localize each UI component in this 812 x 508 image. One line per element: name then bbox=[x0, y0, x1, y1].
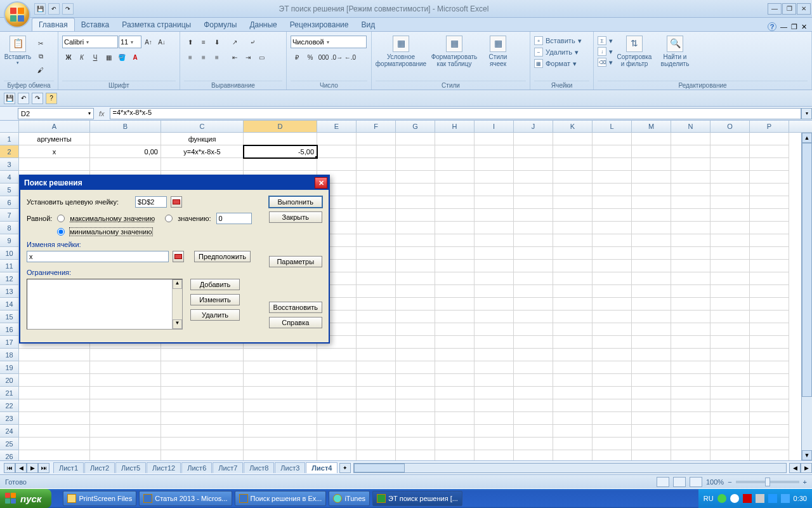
cell[interactable] bbox=[161, 374, 244, 387]
cell[interactable] bbox=[435, 133, 475, 145]
cell[interactable] bbox=[514, 222, 553, 234]
cell[interactable] bbox=[514, 196, 553, 209]
row-header[interactable]: 2 bbox=[0, 145, 19, 158]
insert-cells-button[interactable]: +Вставить ▾ bbox=[534, 36, 582, 46]
cell[interactable] bbox=[475, 196, 514, 209]
cell[interactable] bbox=[435, 171, 475, 184]
target-ref-button[interactable] bbox=[171, 196, 182, 208]
cell[interactable] bbox=[19, 425, 90, 438]
cell[interactable] bbox=[593, 399, 632, 412]
font-color-icon[interactable]: A bbox=[129, 51, 141, 64]
column-header[interactable]: N bbox=[671, 121, 710, 132]
cell[interactable] bbox=[750, 323, 789, 336]
cell[interactable] bbox=[671, 298, 710, 311]
cell[interactable] bbox=[593, 323, 632, 336]
cell[interactable] bbox=[671, 133, 710, 145]
cell[interactable] bbox=[161, 387, 244, 399]
cell[interactable] bbox=[435, 222, 475, 234]
cell[interactable] bbox=[357, 412, 396, 425]
cell[interactable] bbox=[593, 260, 632, 272]
italic-icon[interactable]: К bbox=[75, 51, 88, 64]
cell[interactable] bbox=[710, 196, 750, 209]
expand-formula-icon[interactable]: ▾ bbox=[801, 108, 812, 119]
row-header[interactable]: 17 bbox=[0, 336, 19, 349]
cell[interactable] bbox=[396, 247, 435, 260]
cell[interactable] bbox=[396, 374, 435, 387]
zoom-percent[interactable]: 100% bbox=[706, 478, 724, 486]
cell[interactable] bbox=[161, 412, 244, 425]
taskbar-item[interactable]: Статья 2013 - Micros... bbox=[139, 491, 232, 506]
cell[interactable] bbox=[593, 412, 632, 425]
cell[interactable] bbox=[632, 209, 671, 222]
cell[interactable] bbox=[593, 425, 632, 438]
row-header[interactable]: 23 bbox=[0, 412, 19, 425]
format-cells-button[interactable]: ▦Формат ▾ bbox=[534, 58, 577, 69]
cell[interactable] bbox=[593, 133, 632, 145]
cell[interactable] bbox=[710, 349, 750, 361]
cell[interactable] bbox=[90, 133, 161, 145]
cell[interactable] bbox=[632, 374, 671, 387]
cell[interactable] bbox=[593, 387, 632, 399]
cell[interactable] bbox=[553, 247, 593, 260]
cell[interactable] bbox=[632, 387, 671, 399]
cell[interactable] bbox=[710, 247, 750, 260]
undo-icon-2[interactable]: ↶ bbox=[18, 93, 29, 104]
sheet-nav-next[interactable]: ▶ bbox=[27, 463, 38, 473]
column-header[interactable]: B bbox=[90, 121, 161, 132]
grow-font-icon[interactable]: A↑ bbox=[142, 36, 155, 48]
cell[interactable] bbox=[671, 272, 710, 285]
cell[interactable] bbox=[750, 234, 789, 247]
align-top-icon[interactable]: ⬆ bbox=[184, 36, 197, 48]
cell[interactable] bbox=[475, 298, 514, 311]
zoom-in-button[interactable]: + bbox=[803, 478, 807, 486]
cell[interactable] bbox=[553, 311, 593, 323]
cell[interactable] bbox=[475, 438, 514, 450]
cell[interactable] bbox=[475, 425, 514, 438]
cell[interactable] bbox=[475, 387, 514, 399]
cell[interactable] bbox=[750, 247, 789, 260]
column-header[interactable]: E bbox=[317, 121, 357, 132]
row-header[interactable]: 21 bbox=[0, 387, 19, 399]
cell[interactable] bbox=[593, 450, 632, 460]
cell[interactable] bbox=[161, 158, 244, 171]
cell[interactable] bbox=[750, 272, 789, 285]
cell[interactable] bbox=[396, 298, 435, 311]
cell[interactable] bbox=[710, 387, 750, 399]
cell[interactable] bbox=[435, 196, 475, 209]
cell[interactable] bbox=[671, 260, 710, 272]
name-box[interactable]: D2▾ bbox=[18, 108, 94, 119]
cell[interactable] bbox=[19, 387, 90, 399]
cell[interactable]: -5,00 bbox=[244, 145, 317, 158]
cell[interactable] bbox=[435, 349, 475, 361]
bold-icon[interactable]: Ж bbox=[62, 51, 75, 64]
cell[interactable] bbox=[435, 425, 475, 438]
cell[interactable] bbox=[710, 234, 750, 247]
cell[interactable] bbox=[632, 222, 671, 234]
cell[interactable] bbox=[435, 184, 475, 196]
cell[interactable] bbox=[553, 171, 593, 184]
cell[interactable] bbox=[244, 158, 317, 171]
autosum-button[interactable]: Σ▾ bbox=[598, 36, 613, 46]
cell[interactable] bbox=[396, 234, 435, 247]
tab-review[interactable]: Рецензирование bbox=[284, 18, 355, 31]
inc-decimal-icon[interactable]: .0→ bbox=[331, 51, 343, 64]
underline-icon[interactable]: Ч bbox=[89, 51, 102, 64]
cell[interactable] bbox=[632, 438, 671, 450]
cell[interactable] bbox=[671, 399, 710, 412]
cell[interactable] bbox=[357, 196, 396, 209]
cell[interactable] bbox=[19, 412, 90, 425]
cell[interactable] bbox=[90, 438, 161, 450]
cell[interactable] bbox=[161, 450, 244, 460]
cell[interactable] bbox=[593, 285, 632, 298]
cell[interactable] bbox=[19, 349, 90, 361]
cell[interactable] bbox=[357, 387, 396, 399]
tray-icon[interactable] bbox=[781, 494, 790, 503]
cell[interactable] bbox=[710, 311, 750, 323]
language-indicator[interactable]: RU bbox=[704, 495, 714, 502]
cell[interactable] bbox=[435, 272, 475, 285]
reset-button[interactable]: Восстановить bbox=[269, 302, 322, 313]
cell[interactable] bbox=[475, 399, 514, 412]
cell[interactable] bbox=[632, 399, 671, 412]
tab-insert[interactable]: Вставка bbox=[75, 18, 116, 31]
cell[interactable] bbox=[244, 399, 317, 412]
